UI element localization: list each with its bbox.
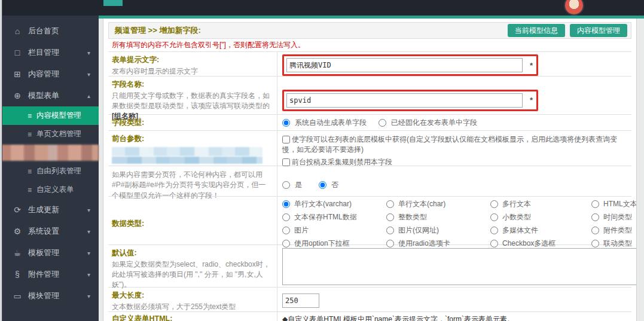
sidebar-item-system-settings[interactable]: ⚙ 系统设置 ▾: [0, 221, 99, 242]
sidebar-subitem-label: 单页文档管理: [36, 129, 81, 139]
datatype-option[interactable]: HTML文本: [591, 199, 637, 209]
radio-button[interactable]: [282, 213, 290, 221]
datatype-option[interactable]: 单行文本(char): [386, 199, 488, 209]
datatype-option[interactable]: 多行文本: [490, 199, 589, 209]
radio-button[interactable]: [386, 227, 394, 234]
refresh-icon: ⟳: [12, 205, 23, 215]
radio-button[interactable]: [282, 119, 290, 127]
folder-icon: ▭: [12, 291, 23, 301]
radio-button[interactable]: [282, 227, 290, 234]
row-default-value: 默认值: 如果定义数据类型为select、radio、checkbox时，此处填…: [108, 245, 631, 288]
datatype-option[interactable]: 多媒体文件: [490, 225, 589, 236]
radio-button[interactable]: [379, 119, 386, 127]
datatype-option[interactable]: 时间类型: [591, 212, 637, 222]
sidebar-item-template[interactable]: ☕ 模板管理 ▾: [0, 242, 99, 264]
paperclip-icon: §: [12, 270, 23, 279]
topbar: [0, 0, 644, 16]
datatype-option[interactable]: 整数类型: [386, 212, 488, 222]
sidebar-item-label: 模块管理: [28, 291, 59, 301]
chevron-down-icon: ▾: [87, 50, 90, 56]
radio-button[interactable]: [490, 227, 498, 234]
sidebar-subitem-content-model[interactable]: ≡ 内容模型管理: [0, 106, 99, 125]
hint-label: 表单提示文字:: [112, 55, 272, 66]
sidebar-item-label: 模型表单: [28, 90, 59, 101]
radio-button[interactable]: [386, 213, 394, 221]
datatype-option[interactable]: 文本保存HTML数据: [282, 212, 384, 222]
sidebar: ⌂ 后台首页 □ 栏目管理 ▾ ⊞ 内容管理 ▾ ⊕ 模型表单 ▴ ≡ 内容模型…: [0, 16, 99, 321]
field-type-option-auto[interactable]: 系统自动生成表单字段: [282, 118, 367, 128]
breadcrumb: 频道管理 >> 增加新字段:: [115, 25, 201, 36]
field-form-table: 表单提示文字: 发布内容时显示的提示文字 * 字段名称: 只能用英文字母或数字，…: [108, 51, 631, 321]
sidebar-item-home[interactable]: ⌂ 后台首页: [0, 20, 99, 42]
required-asterisk: *: [530, 96, 533, 105]
sidebar-item-content[interactable]: ⊞ 内容管理 ▾: [0, 63, 99, 85]
required-asterisk: *: [530, 61, 533, 70]
radio-button[interactable]: [282, 181, 290, 189]
content-model-manage-button[interactable]: 内容模型管理: [570, 24, 627, 37]
submenu-icon: ≡: [28, 130, 32, 139]
home-icon: ⌂: [12, 26, 23, 36]
row-front-params: 前台参数: 使字段可以在列表的底层模板中获得(自定义字段默认仅能在文档模板显示，…: [108, 131, 631, 166]
radio-button[interactable]: [591, 213, 599, 221]
sidebar-subitem-custom-form[interactable]: ≡ 自定义表单: [0, 181, 99, 199]
user-avatar[interactable]: [564, 0, 584, 16]
main-panel: 频道管理 >> 增加新字段: 当前模型信息 内容模型管理 所有填写的内容不允许包…: [103, 19, 637, 321]
cup-icon: ☕: [12, 248, 23, 258]
sidebar-item-label: 内容管理: [28, 69, 59, 80]
radio-button[interactable]: [591, 227, 599, 234]
globe-icon: ⊕: [12, 91, 23, 100]
sidebar-item-columns[interactable]: □ 栏目管理 ▾: [0, 42, 99, 63]
row-hint-text: 表单提示文字: 发布内容时显示的提示文字 *: [108, 52, 631, 77]
hint-desc: 发布内容时显示的提示文字: [112, 66, 272, 77]
custom-form-html-note: ◆自定义表单HTML模板中用`name`表示提示文字，`form`表示表单元素。: [282, 314, 514, 321]
sidebar-subitem-label: 自由列表管理: [36, 166, 81, 176]
chevron-down-icon: ▾: [87, 71, 90, 78]
datatype-option[interactable]: 小数类型: [490, 212, 589, 222]
front-param-checkbox-list-template[interactable]: 使字段可以在列表的底层模板中获得(自定义字段默认仅能在文档模板显示，启用此选项将…: [282, 134, 627, 155]
radio-button[interactable]: [591, 200, 599, 208]
sidebar-item-model-form[interactable]: ⊕ 模型表单 ▴: [0, 85, 99, 106]
sidebar-subitem-free-list[interactable]: ≡ 自由列表管理: [0, 162, 99, 181]
radio-button[interactable]: [490, 213, 498, 221]
datatype-option[interactable]: 图片: [282, 225, 384, 236]
datatype-option[interactable]: 附件类型: [591, 225, 637, 236]
sidebar-item-label: 系统设置: [28, 226, 59, 237]
menu-toggle[interactable]: [103, 0, 123, 6]
chevron-up-icon: ▴: [87, 93, 90, 99]
row-datatype: 数据类型: 单行文本(varchar) 单行文本(char) 多行文本 HTML…: [108, 197, 631, 245]
max-length-input[interactable]: [282, 294, 319, 308]
datatype-option[interactable]: 图片(仅网址): [386, 225, 488, 236]
chevron-down-icon: ▾: [87, 207, 90, 213]
radio-button[interactable]: [282, 200, 290, 208]
hint-input[interactable]: [286, 58, 523, 72]
radio-button[interactable]: [386, 200, 394, 208]
datatype-option[interactable]: 单行文本(varchar): [282, 199, 384, 209]
radio-button[interactable]: [490, 200, 498, 208]
sidebar-subitem-label: 内容模型管理: [36, 111, 81, 121]
row-field-name: 字段名称: 只能用英文字母或数字，数据表的真实字段名，如果数据类型是联动类型，该…: [108, 77, 631, 115]
annotation-box-field-name: *: [282, 90, 538, 111]
chevron-down-icon: ▾: [87, 228, 90, 235]
row-pagebreak: 如果内容需要分页符，不论何种内容，都可以用#P#副标题#e#作为分页符号实现内容…: [108, 166, 631, 197]
field-type-label: 字段类型:: [112, 118, 272, 129]
panel-header: 频道管理 >> 增加新字段: 当前模型信息 内容模型管理: [108, 22, 631, 39]
sidebar-item-attachment[interactable]: § 附件管理 ▾: [0, 264, 99, 285]
pagebreak-yes[interactable]: 是: [282, 180, 302, 190]
sidebar-item-module[interactable]: ▭ 模块管理 ▾: [0, 285, 99, 307]
default-value-label: 默认值:: [112, 248, 272, 259]
checkbox[interactable]: [282, 158, 290, 166]
default-value-textarea[interactable]: [282, 248, 637, 285]
sidebar-item-generate[interactable]: ⟳ 生成更新 ▾: [0, 199, 99, 221]
chevron-down-icon: ▾: [87, 271, 90, 278]
radio-button[interactable]: [319, 181, 326, 189]
field-name-input[interactable]: [286, 93, 523, 108]
current-model-info-button[interactable]: 当前模型信息: [508, 24, 565, 37]
sidebar-item-label: 附件管理: [28, 269, 59, 280]
checkbox[interactable]: [282, 136, 290, 143]
field-type-option-fixed[interactable]: 已经固化在发布表单中字段: [379, 118, 477, 128]
sidebar-subitem-single-page[interactable]: ≡ 单页文档管理: [0, 125, 99, 143]
chevron-down-icon: ▾: [87, 250, 90, 256]
form-warning: 所有填写的内容不允许包含双引号["]，否则配置将无法写入。: [108, 39, 631, 51]
pagebreak-no[interactable]: 否: [319, 180, 338, 190]
submenu-icon: ≡: [28, 112, 32, 120]
